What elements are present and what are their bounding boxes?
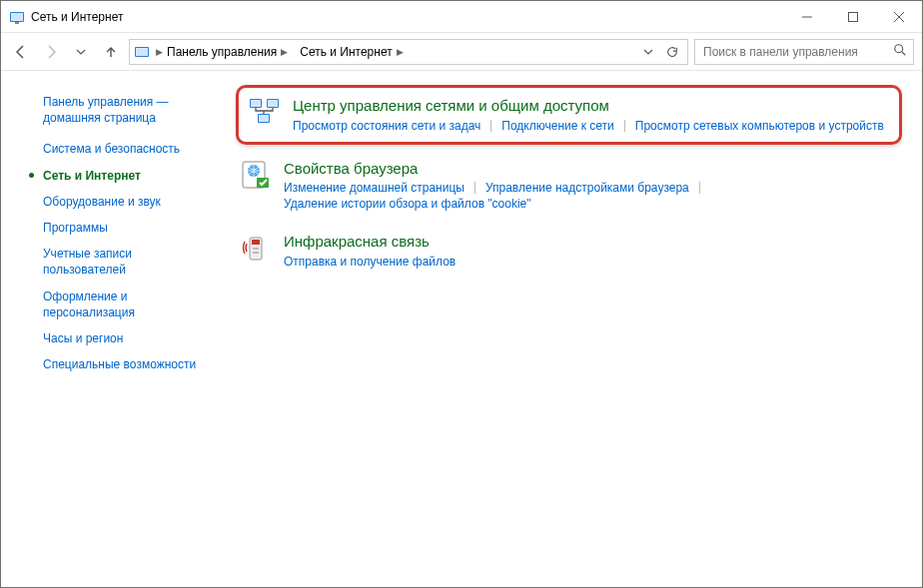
breadcrumb-item[interactable]: Сеть и Интернет ▶ bbox=[296, 43, 409, 61]
network-sharing-icon bbox=[249, 96, 281, 128]
link-separator bbox=[624, 120, 625, 132]
svg-rect-8 bbox=[251, 100, 261, 107]
link-separator bbox=[474, 182, 475, 194]
category-network-sharing: Центр управления сетями и общим доступом… bbox=[247, 94, 891, 136]
sidebar-item-network-internet[interactable]: Сеть и Интернет bbox=[25, 163, 208, 189]
category-infrared: Инфракрасная связь Отправка и получение … bbox=[236, 226, 902, 276]
sidebar-item-system-security[interactable]: Система и безопасность bbox=[25, 136, 208, 162]
search-input[interactable] bbox=[701, 44, 893, 60]
task-link[interactable]: Просмотр сетевых компьютеров и устройств bbox=[635, 118, 884, 134]
highlighted-category: Центр управления сетями и общим доступом… bbox=[236, 85, 902, 145]
nav-back-button[interactable] bbox=[9, 40, 33, 64]
address-dropdown-button[interactable] bbox=[637, 41, 659, 63]
refresh-button[interactable] bbox=[661, 41, 683, 63]
nav-up-button[interactable] bbox=[99, 40, 123, 64]
sidebar-item-user-accounts[interactable]: Учетные записи пользователей bbox=[25, 241, 208, 283]
titlebar: Сеть и Интернет bbox=[1, 1, 922, 33]
svg-rect-3 bbox=[849, 12, 858, 21]
svg-rect-1 bbox=[11, 13, 23, 21]
svg-rect-2 bbox=[15, 22, 19, 24]
chevron-right-icon: ▶ bbox=[156, 47, 163, 57]
search-box[interactable] bbox=[694, 39, 914, 65]
category-internet-options: Свойства браузера Изменение домашней стр… bbox=[236, 153, 902, 219]
search-icon[interactable] bbox=[893, 43, 907, 60]
svg-rect-17 bbox=[252, 240, 260, 245]
sidebar-home-link[interactable]: Панель управления — домашняя страница bbox=[25, 89, 208, 136]
address-bar[interactable]: ▶ Панель управления ▶ Сеть и Интернет ▶ bbox=[129, 39, 688, 65]
svg-rect-10 bbox=[268, 100, 278, 107]
nav-recent-button[interactable] bbox=[69, 40, 93, 64]
breadcrumb-label: Сеть и Интернет bbox=[300, 45, 392, 59]
category-body: Инфракрасная связь Отправка и получение … bbox=[284, 232, 898, 270]
breadcrumb-label: Панель управления bbox=[167, 45, 277, 59]
svg-rect-12 bbox=[259, 115, 269, 122]
category-title-link[interactable]: Инфракрасная связь bbox=[284, 232, 898, 252]
navbar: ▶ Панель управления ▶ Сеть и Интернет ▶ bbox=[1, 33, 922, 71]
client-area: Панель управления — домашняя страница Си… bbox=[1, 71, 922, 587]
task-link[interactable]: Удаление истории обзора и файлов "cookie… bbox=[284, 196, 531, 212]
main-content: Центр управления сетями и общим доступом… bbox=[216, 71, 922, 587]
task-link[interactable]: Отправка и получение файлов bbox=[284, 254, 456, 270]
nav-forward-button[interactable] bbox=[39, 40, 63, 64]
control-panel-window: Сеть и Интернет bbox=[0, 0, 923, 588]
close-button[interactable] bbox=[876, 1, 922, 33]
task-link[interactable]: Подключение к сети bbox=[501, 118, 613, 134]
svg-rect-19 bbox=[253, 252, 259, 254]
sidebar-item-hardware-sound[interactable]: Оборудование и звук bbox=[25, 189, 208, 215]
sidebar-item-accessibility[interactable]: Специальные возможности bbox=[25, 351, 208, 377]
svg-rect-5 bbox=[136, 48, 148, 56]
chevron-right-icon: ▶ bbox=[281, 47, 288, 57]
window-buttons bbox=[784, 1, 922, 33]
breadcrumb-item[interactable]: ▶ Панель управления ▶ bbox=[152, 43, 294, 61]
infrared-icon bbox=[240, 232, 272, 264]
svg-rect-18 bbox=[253, 248, 259, 250]
category-title-link[interactable]: Свойства браузера bbox=[284, 159, 898, 179]
category-links: Отправка и получение файлов bbox=[284, 254, 898, 270]
address-bar-icon bbox=[134, 44, 150, 60]
category-body: Центр управления сетями и общим доступом… bbox=[293, 96, 889, 134]
svg-point-6 bbox=[895, 45, 903, 53]
task-link[interactable]: Управление надстройками браузера bbox=[485, 180, 689, 196]
task-link[interactable]: Изменение домашней страницы bbox=[284, 180, 464, 196]
sidebar: Панель управления — домашняя страница Си… bbox=[1, 71, 216, 587]
sidebar-item-appearance[interactable]: Оформление и персонализация bbox=[25, 284, 208, 325]
task-link[interactable]: Просмотр состояния сети и задач bbox=[293, 118, 480, 134]
maximize-button[interactable] bbox=[830, 1, 876, 33]
chevron-right-icon: ▶ bbox=[397, 47, 404, 57]
category-title-link[interactable]: Центр управления сетями и общим доступом bbox=[293, 96, 889, 116]
control-panel-icon bbox=[9, 9, 25, 25]
sidebar-item-clock-region[interactable]: Часы и регион bbox=[25, 325, 208, 351]
link-separator bbox=[699, 182, 700, 194]
window-title: Сеть и Интернет bbox=[31, 10, 784, 24]
internet-options-icon bbox=[240, 159, 272, 191]
category-body: Свойства браузера Изменение домашней стр… bbox=[284, 159, 898, 213]
minimize-button[interactable] bbox=[784, 1, 830, 33]
link-separator bbox=[490, 120, 491, 132]
category-links: Изменение домашней страницы Управление н… bbox=[284, 180, 898, 212]
category-links: Просмотр состояния сети и задач Подключе… bbox=[293, 118, 889, 134]
sidebar-item-programs[interactable]: Программы bbox=[25, 215, 208, 241]
